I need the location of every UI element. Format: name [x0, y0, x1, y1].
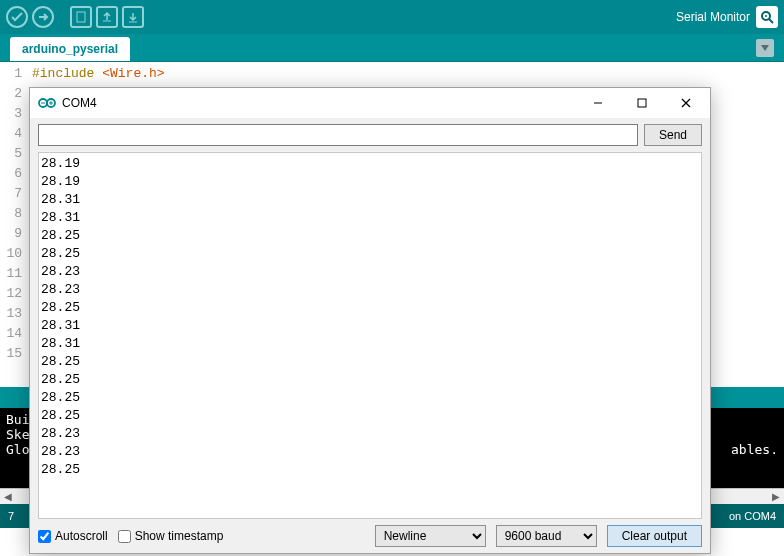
arduino-logo-icon — [38, 97, 56, 109]
serial-output-line: 28.23 — [41, 281, 699, 299]
maximize-button[interactable] — [620, 88, 664, 118]
serial-output-line: 28.25 — [41, 227, 699, 245]
code-directive: #include — [32, 66, 102, 81]
new-file-button[interactable] — [70, 6, 92, 28]
svg-rect-0 — [77, 12, 85, 22]
serial-output-line: 28.19 — [41, 155, 699, 173]
console-line: Bui — [6, 412, 29, 427]
autoscroll-checkbox[interactable]: Autoscroll — [38, 529, 108, 543]
gutter-line: 9 — [0, 226, 26, 246]
gutter-line: 4 — [0, 126, 26, 146]
serial-output-line: 28.25 — [41, 299, 699, 317]
footer-port-info: on COM4 — [729, 510, 776, 522]
ide-toolbar: Serial Monitor — [0, 0, 784, 34]
gutter-line: 5 — [0, 146, 26, 166]
gutter-line: 15 — [0, 346, 26, 366]
gutter-line: 12 — [0, 286, 26, 306]
serial-output-line: 28.25 — [41, 245, 699, 263]
serial-output-line: 28.25 — [41, 353, 699, 371]
console-line: Glo — [6, 442, 29, 457]
gutter-line: 13 — [0, 306, 26, 326]
gutter-line: 8 — [0, 206, 26, 226]
serial-monitor-button[interactable] — [756, 6, 778, 28]
upload-button[interactable] — [32, 6, 54, 28]
serial-output-line: 28.31 — [41, 335, 699, 353]
verify-button[interactable] — [6, 6, 28, 28]
console-line: ables. — [731, 442, 778, 457]
editor-gutter: 123456789101112131415 — [0, 62, 26, 387]
send-button[interactable]: Send — [644, 124, 702, 146]
gutter-line: 6 — [0, 166, 26, 186]
save-file-button[interactable] — [122, 6, 144, 28]
baud-select[interactable]: 300 baud1200 baud2400 baud4800 baud9600 … — [496, 525, 597, 547]
serial-output-line: 28.19 — [41, 173, 699, 191]
footer-line-number: 7 — [8, 510, 24, 522]
svg-rect-5 — [638, 99, 646, 107]
minimize-button[interactable] — [576, 88, 620, 118]
autoscroll-label: Autoscroll — [55, 529, 108, 543]
timestamp-label: Show timestamp — [135, 529, 224, 543]
serial-output-line: 28.23 — [41, 443, 699, 461]
gutter-line: 11 — [0, 266, 26, 286]
serial-output-line: 28.25 — [41, 461, 699, 479]
console-line: Ske — [6, 427, 29, 442]
gutter-line: 10 — [0, 246, 26, 266]
scroll-right-icon[interactable]: ▶ — [768, 489, 784, 505]
tab-menu-button[interactable] — [756, 39, 774, 57]
code-include: <Wire.h> — [102, 66, 164, 81]
serial-output-line: 28.23 — [41, 425, 699, 443]
close-button[interactable] — [664, 88, 708, 118]
serial-output-line: 28.23 — [41, 263, 699, 281]
gutter-line: 2 — [0, 86, 26, 106]
serial-output-line: 28.31 — [41, 191, 699, 209]
serial-input[interactable] — [38, 124, 638, 146]
gutter-line: 1 — [0, 66, 26, 86]
serial-output[interactable]: 28.1928.1928.3128.3128.2528.2528.2328.23… — [38, 152, 702, 519]
dialog-title: COM4 — [62, 96, 576, 110]
svg-point-2 — [765, 15, 767, 17]
gutter-line: 3 — [0, 106, 26, 126]
dialog-titlebar[interactable]: COM4 — [30, 88, 710, 118]
scroll-left-icon[interactable]: ◀ — [0, 489, 16, 505]
serial-output-line: 28.25 — [41, 389, 699, 407]
serial-monitor-dialog: COM4 Send 28.1928.1928.3128.3128.2528.25… — [29, 87, 711, 554]
serial-output-line: 28.31 — [41, 317, 699, 335]
serial-output-line: 28.25 — [41, 407, 699, 425]
open-file-button[interactable] — [96, 6, 118, 28]
gutter-line: 7 — [0, 186, 26, 206]
timestamp-checkbox[interactable]: Show timestamp — [118, 529, 224, 543]
serial-output-line: 28.31 — [41, 209, 699, 227]
sketch-tab[interactable]: arduino_pyserial — [10, 37, 130, 61]
serial-monitor-label: Serial Monitor — [676, 10, 750, 24]
gutter-line: 14 — [0, 326, 26, 346]
clear-output-button[interactable]: Clear output — [607, 525, 702, 547]
ide-tabbar: arduino_pyserial — [0, 34, 784, 62]
serial-output-line: 28.25 — [41, 371, 699, 389]
line-ending-select[interactable]: No line endingNewlineCarriage returnBoth… — [375, 525, 486, 547]
